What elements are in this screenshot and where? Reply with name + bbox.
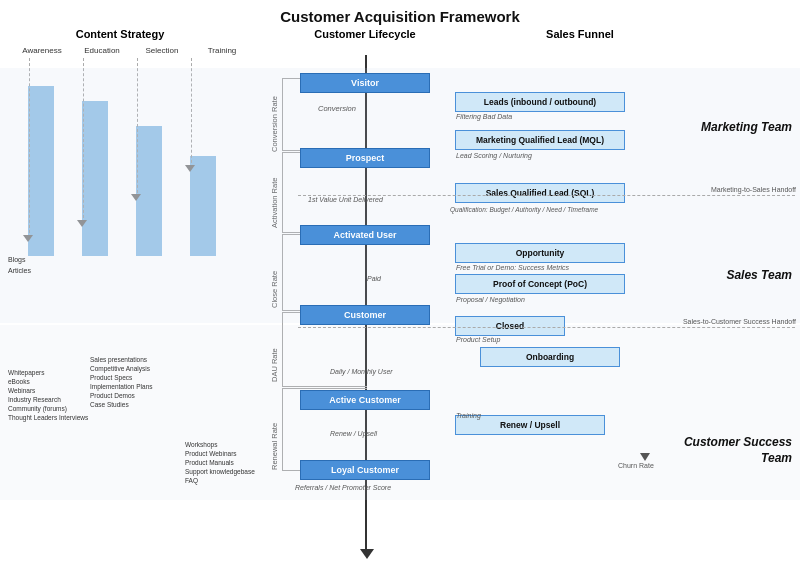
label-value-unit: 1st Value Unit Delivered	[308, 196, 383, 203]
handoff-line-2	[298, 327, 795, 328]
label-lead-scoring: Lead Scoring / Nurturing	[456, 152, 532, 159]
funnel-leads: Leads (inbound / outbound)	[455, 92, 625, 112]
label-referrals: Referrals / Net Promoter Score	[295, 484, 391, 491]
content-whitepapers: WhitepaperseBooksWebinarsIndustry Resear…	[8, 368, 88, 423]
sub-col-labels: Awareness Education Selection Training	[12, 46, 252, 55]
label-paid: Paid	[367, 275, 381, 282]
label-proposal: Proposal / Negotiation	[456, 296, 525, 303]
label-conversion: Conversion	[318, 104, 356, 113]
marketing-sales-handoff: Marketing-to-Sales Handoff	[711, 186, 796, 193]
lifecycle-activated-user: Activated User	[300, 225, 430, 245]
funnel-opportunity: Opportunity	[455, 243, 625, 263]
funnel-onboarding: Onboarding	[480, 347, 620, 367]
customer-lifecycle-header: Customer Lifecycle	[280, 28, 450, 40]
sub-col-awareness: Awareness	[17, 46, 67, 55]
sub-col-training: Training	[197, 46, 247, 55]
label-churn-rate: Churn Rate	[618, 462, 654, 469]
label-daily-monthly: Daily / Monthly User	[330, 368, 393, 375]
label-product-setup: Product Setup	[456, 336, 500, 343]
sales-customer-handoff: Sales-to-Customer Success Handoff	[683, 318, 796, 325]
label-qualification: Qualification: Budget / Authority / Need…	[450, 206, 598, 213]
sub-col-education: Education	[77, 46, 127, 55]
main-container: Customer Acquisition Framework Content S…	[0, 0, 800, 567]
lifecycle-loyal-customer: Loyal Customer	[300, 460, 430, 480]
funnel-sql: Sales Qualified Lead (SQL)	[455, 183, 625, 203]
lifecycle-customer: Customer	[300, 305, 430, 325]
content-strategy-header: Content Strategy	[20, 28, 220, 40]
timeline-arrow	[360, 549, 374, 559]
lifecycle-active-customer: Active Customer	[300, 390, 430, 410]
sales-team-label: Sales Team	[726, 268, 792, 282]
customer-success-team-label: Customer Success Team	[682, 435, 792, 466]
funnel-closed: Closed	[455, 316, 565, 336]
label-filtering: Filtering Bad Data	[456, 113, 512, 120]
lifecycle-visitor: Visitor	[300, 73, 430, 93]
content-blogs: BlogsArticles	[8, 255, 31, 276]
sub-col-selection: Selection	[137, 46, 187, 55]
churn-arrow	[640, 453, 650, 461]
sales-funnel-header: Sales Funnel	[480, 28, 680, 40]
funnel-poc: Proof of Concept (PoC)	[455, 274, 625, 294]
label-training: Training	[456, 412, 481, 419]
marketing-team-label: Marketing Team	[701, 120, 792, 134]
label-renew-upsell: Renew / Upsell	[330, 430, 377, 437]
label-free-trial: Free Trial or Demo: Success Metrics	[456, 264, 569, 271]
content-workshops: WorkshopsProduct WebinarsProduct Manuals…	[185, 440, 255, 485]
lifecycle-prospect: Prospect	[300, 148, 430, 168]
funnel-mql: Marketing Qualified Lead (MQL)	[455, 130, 625, 150]
content-sales-presentations: Sales presentationsCompetitive AnalysisP…	[90, 355, 153, 410]
page-title: Customer Acquisition Framework	[0, 0, 800, 29]
